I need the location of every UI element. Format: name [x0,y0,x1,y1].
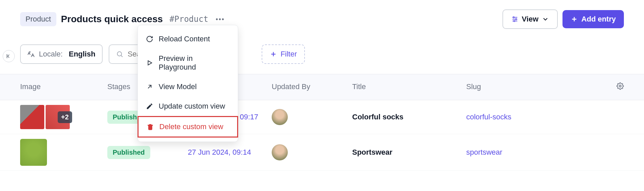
locale-label: Locale: [39,50,63,59]
view-button[interactable]: View [502,9,558,29]
status-badge: Published [107,146,150,159]
locale-selector[interactable]: Locale: English [20,44,103,64]
pencil-icon [146,103,153,110]
column-slug[interactable]: Slug [466,82,610,92]
svg-point-3 [513,17,514,18]
gear-icon [616,82,624,90]
entry-slug: colorful-socks [466,113,610,121]
menu-preview-playground[interactable]: Preview in Playground [138,49,238,77]
reload-icon [146,35,153,43]
table-header: Image Stages Updated By Title Slug [0,74,644,100]
entry-slug: sportswear [466,148,610,157]
more-options-icon[interactable]: ••• [216,15,225,23]
svg-line-15 [148,85,151,88]
status-badge: Publish [107,111,142,124]
view-button-label: View [522,15,539,24]
svg-point-5 [514,21,515,22]
collapse-icon [6,53,12,59]
entry-title: Colorful socks [352,113,466,121]
collapse-sidebar-button[interactable] [3,50,15,62]
svg-point-4 [515,18,517,20]
more-count-badge[interactable]: +2 [58,111,72,123]
column-settings[interactable] [610,82,624,92]
menu-label: Reload Content [159,35,210,43]
image-thumbnails: +2 [20,105,107,129]
menu-label: View Model [159,82,197,91]
plus-icon [270,50,277,58]
page-title: Products quick access [61,14,163,25]
chevron-down-icon [542,15,549,23]
search-icon [116,50,123,58]
entries-table: Image Stages Updated By Title Slug +2 Pu… [0,74,644,171]
column-title[interactable]: Title [352,82,466,92]
avatar[interactable] [272,144,288,160]
trash-icon [147,123,154,130]
entry-title: Sportswear [352,148,466,157]
menu-update-view[interactable]: Update custom view [138,97,238,116]
menu-delete-view[interactable]: Delete custom view [138,116,238,138]
column-image[interactable]: Image [20,82,107,92]
filter-button[interactable]: Filter [262,44,305,64]
menu-label: Delete custom view [159,122,223,131]
add-entry-button[interactable]: Add entry [562,10,624,28]
svg-point-9 [117,52,122,56]
filter-label: Filter [280,50,297,59]
play-icon [146,59,153,67]
image-thumbnails [20,139,107,166]
svg-marker-14 [148,61,152,65]
thumbnail[interactable] [20,139,47,166]
page-header: Product Products quick access #Product •… [0,0,644,38]
model-tag: #Product [169,14,208,24]
context-menu: Reload Content Preview in Playground Vie… [138,25,238,142]
svg-line-10 [121,55,123,57]
translate-icon [28,50,35,58]
updated-time: 27 Jun 2024, 09:14 [188,148,272,157]
table-row[interactable]: Published 27 Jun 2024, 09:14 Sportswear … [0,134,644,171]
thumbnail[interactable] [20,105,44,129]
arrow-out-icon [146,83,153,90]
locale-value: English [69,50,95,59]
toolbar: Locale: English Filter [0,38,644,74]
model-badge[interactable]: Product [20,12,56,26]
menu-view-model[interactable]: View Model [138,77,238,97]
column-updated-by[interactable]: Updated By [272,82,352,92]
avatar[interactable] [272,109,288,125]
svg-point-13 [619,85,621,87]
sliders-icon [511,15,519,23]
plus-icon [571,15,578,23]
menu-label: Update custom view [159,102,225,111]
add-entry-label: Add entry [581,15,616,24]
menu-reload-content[interactable]: Reload Content [138,29,238,49]
menu-label: Preview in Playground [159,54,230,72]
table-row[interactable]: +2 Publish 09:17 Colorful socks colorful… [0,100,644,134]
